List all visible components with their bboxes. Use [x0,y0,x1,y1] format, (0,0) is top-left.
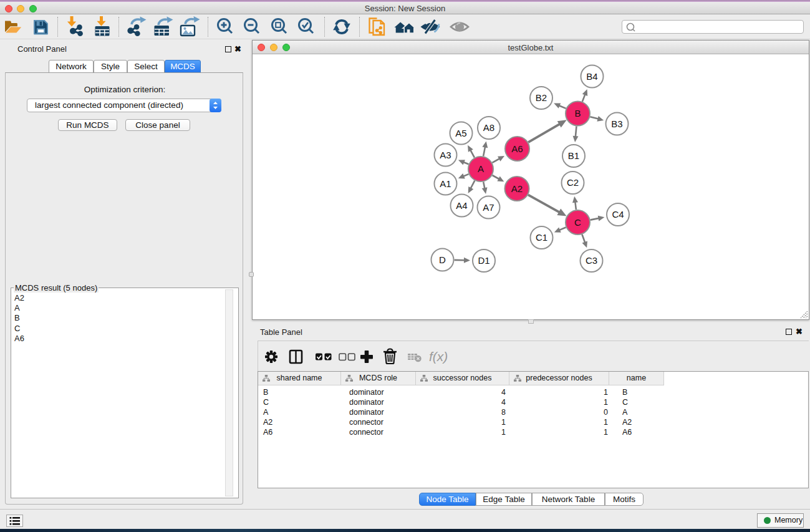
svg-text:C: C [574,217,581,228]
svg-text:A3: A3 [440,150,451,160]
svg-text:C4: C4 [612,209,624,220]
svg-text:D1: D1 [478,255,489,266]
svg-text:B3: B3 [611,118,622,129]
svg-text:C1: C1 [536,232,547,243]
svg-text:D: D [439,254,446,265]
svg-text:A1: A1 [440,178,451,189]
svg-text:A: A [478,163,484,174]
svg-text:A2: A2 [511,183,523,194]
svg-text:A5: A5 [455,128,466,138]
svg-text:B4: B4 [586,71,597,82]
svg-text:C2: C2 [567,177,579,188]
svg-text:B: B [574,108,581,118]
svg-text:C3: C3 [586,255,597,266]
svg-text:A7: A7 [483,202,494,213]
svg-text:f(x): f(x) [429,349,448,364]
svg-text:B1: B1 [568,150,579,161]
svg-text:A4: A4 [456,200,467,211]
svg-text:A8: A8 [483,122,494,133]
svg-text:B2: B2 [536,92,547,103]
svg-text:A6: A6 [511,143,523,154]
